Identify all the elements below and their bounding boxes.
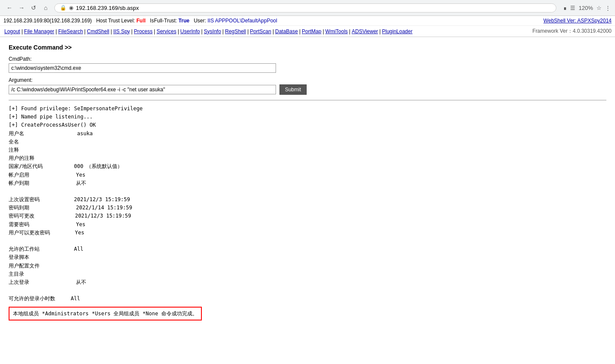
nav-regshell[interactable]: RegShell	[224, 28, 247, 34]
nav-logout[interactable]: Logout	[3, 28, 21, 34]
home-button[interactable]: ⌂	[41, 3, 51, 13]
shield-icon: ◉	[69, 5, 73, 11]
address-bar-container: 🔒 ◉	[54, 3, 556, 12]
cmdpath-row: CmdPath:	[9, 56, 606, 73]
argument-input[interactable]	[9, 85, 276, 94]
main-content: Execute Command >> CmdPath: Argument: Su…	[0, 37, 615, 327]
submit-button[interactable]: Submit	[279, 84, 307, 95]
nav-iispy[interactable]: IIS Spy	[113, 28, 131, 34]
nav-services[interactable]: Services	[156, 28, 177, 34]
back-button[interactable]: ←	[4, 3, 15, 13]
nav-process[interactable]: Process	[133, 28, 153, 34]
reload-button[interactable]: ↺	[28, 3, 39, 13]
trust-label: Host Trust Level:	[96, 18, 135, 24]
nav-bar: Logout | File Manager | FileSearch | Cmd…	[0, 26, 615, 37]
more-icon[interactable]: ⋮	[605, 5, 611, 11]
cmdpath-input[interactable]	[9, 63, 276, 73]
argument-label: Argument:	[9, 77, 606, 83]
nav-filesearch[interactable]: FileSearch	[57, 28, 84, 34]
framework-version: Framework Ver：4.0.30319.42000	[533, 28, 612, 35]
page-info-left: 192.168.239.169:80(192.168.239.169) Host…	[3, 18, 277, 24]
forward-button[interactable]: →	[16, 3, 27, 13]
host-value: 192.168.239.169:80(192.168.239.169)	[3, 18, 92, 24]
user-value: IIS APPPOOL\DefaultAppPool	[207, 18, 277, 24]
address-input[interactable]	[76, 5, 551, 11]
section-title: Execute Command >>	[9, 44, 606, 51]
nav-cmdshell[interactable]: CmdShell	[86, 28, 110, 34]
isfull-value: True	[179, 18, 189, 24]
star-icon[interactable]: ☆	[596, 5, 602, 11]
browser-toolbar-right: ∎ ☰ 120% ☆ ⋮	[563, 5, 611, 11]
user-label: User:	[194, 18, 206, 24]
zoom-level: 120%	[579, 5, 593, 11]
nav-database[interactable]: DataBase	[274, 28, 299, 34]
argument-row: Argument: Submit	[9, 77, 606, 95]
nav-pluginloader[interactable]: PluginLoader	[381, 28, 414, 34]
lock-icon: 🔒	[60, 5, 66, 11]
browser-chrome: ← → ↺ ⌂ 🔒 ◉ ∎ ☰ 120% ☆ ⋮	[0, 0, 615, 16]
isfull-label: IsFull-Trust:	[150, 18, 177, 24]
grid-icon: ∎	[563, 5, 567, 11]
nav-wmitools[interactable]: WmiTools	[324, 28, 348, 34]
nav-sysinfo[interactable]: SysInfo	[203, 28, 222, 34]
nav-buttons: ← → ↺ ⌂	[4, 3, 51, 13]
nav-userinfo[interactable]: UserInfo	[179, 28, 201, 34]
trust-value: Full	[136, 18, 145, 24]
nav-links: Logout | File Manager | FileSearch | Cmd…	[3, 28, 413, 34]
nav-portmap[interactable]: PortMap	[301, 28, 322, 34]
nav-portscan[interactable]: PortScan	[249, 28, 272, 34]
webshell-link[interactable]: WebShell Ver: ASPXSpy2014	[543, 18, 612, 24]
page-info-bar: 192.168.239.169:80(192.168.239.169) Host…	[0, 16, 615, 26]
divider	[9, 100, 606, 100]
output-text: [+] Found privilege: SeImpersonatePrivil…	[9, 105, 606, 303]
cmdpath-label: CmdPath:	[9, 56, 606, 62]
highlighted-output: 本地组成员 *Administrators *Users 全局组成员 *None…	[9, 307, 202, 320]
nav-filemanager[interactable]: File Manager	[23, 28, 55, 34]
menu-icon: ☰	[570, 5, 575, 11]
nav-adsviewer[interactable]: ADSViewer	[351, 28, 379, 34]
